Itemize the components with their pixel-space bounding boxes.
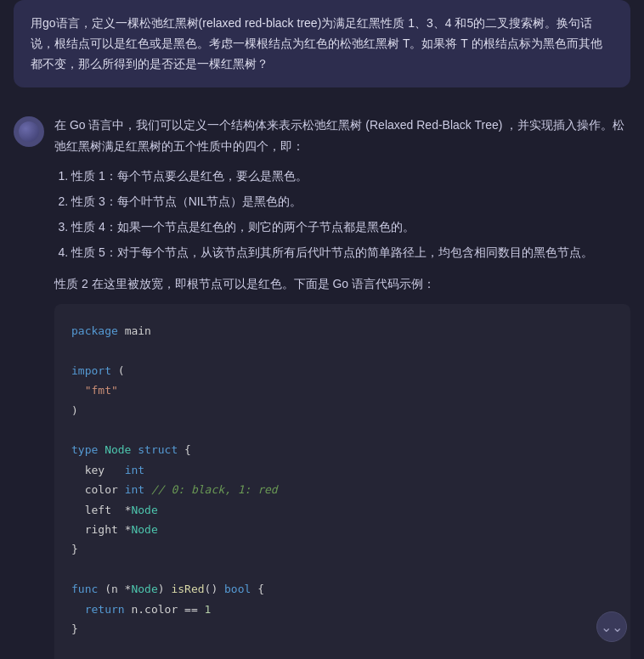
assistant-message: 在 Go 语言中，我们可以定义一个结构体来表示松弛红黑树 (Relaxed Re…	[0, 101, 644, 659]
user-message-text: 用go语言，定义一棵松弛红黑树(relaxed red-black tree)为…	[31, 16, 602, 70]
property2-note: 性质 2 在这里被放宽，即根节点可以是红色。下面是 Go 语言代码示例：	[54, 273, 630, 295]
code-content: package main import ( "fmt" ) type Node …	[71, 321, 613, 659]
code-block: package main import ( "fmt" ) type Node …	[54, 304, 630, 659]
list-item: 性质 3：每个叶节点（NIL节点）是黑色的。	[71, 192, 630, 212]
list-item: 性质 1：每个节点要么是红色，要么是黑色。	[71, 166, 630, 187]
list-item: 性质 4：如果一个节点是红色的，则它的两个子节点都是黑色的。	[71, 217, 630, 238]
avatar-face	[19, 121, 39, 142]
scroll-down-button[interactable]: ⌄⌄	[596, 611, 627, 642]
assistant-intro: 在 Go 语言中，我们可以定义一个结构体来表示松弛红黑树 (Relaxed Re…	[54, 115, 630, 156]
scroll-icon: ⌄⌄	[601, 619, 623, 635]
avatar	[14, 116, 44, 147]
properties-list: 性质 1：每个节点要么是红色，要么是黑色。 性质 3：每个叶节点（NIL节点）是…	[54, 166, 630, 262]
chat-container: 用go语言，定义一棵松弛红黑树(relaxed red-black tree)为…	[0, 0, 644, 659]
assistant-content: 在 Go 语言中，我们可以定义一个结构体来表示松弛红黑树 (Relaxed Re…	[54, 115, 630, 659]
user-message: 用go语言，定义一棵松弛红黑树(relaxed red-black tree)为…	[14, 0, 630, 87]
list-item: 性质 5：对于每个节点，从该节点到其所有后代叶节点的简单路径上，均包含相同数目的…	[71, 243, 630, 263]
